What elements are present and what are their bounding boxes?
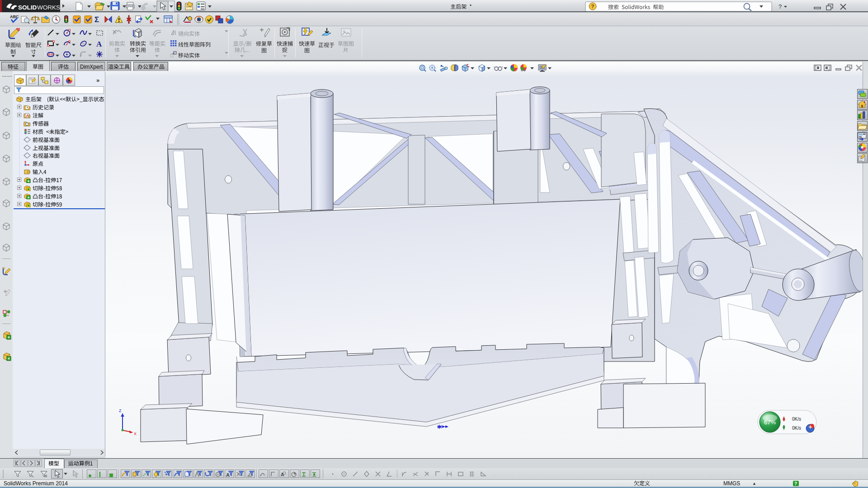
svg-text:0K/s: 0K/s xyxy=(792,426,801,431)
svg-text:A: A xyxy=(96,40,102,47)
svg-text:A: A xyxy=(26,113,29,118)
svg-text:?: ? xyxy=(778,3,782,10)
svg-text:0K/s: 0K/s xyxy=(792,417,801,422)
svg-text:X: X xyxy=(134,432,137,436)
svg-text:A: A xyxy=(226,472,230,478)
svg-text:Σ: Σ xyxy=(94,15,99,24)
svg-text:67%: 67% xyxy=(764,419,776,426)
svg-text:SOLID: SOLID xyxy=(18,4,37,11)
svg-text:Z: Z xyxy=(119,408,122,413)
svg-text:ABC: ABC xyxy=(10,14,19,19)
svg-text:A: A xyxy=(281,472,284,477)
svg-text:?: ? xyxy=(591,4,594,9)
svg-text:WORKS: WORKS xyxy=(37,4,60,11)
svg-text:?: ? xyxy=(794,481,797,486)
